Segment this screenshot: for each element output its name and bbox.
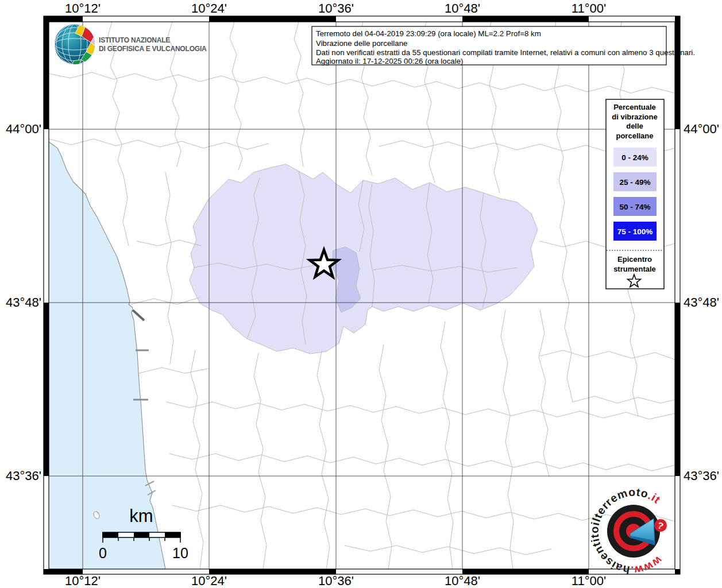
legend-class-row: 25 - 49% bbox=[613, 172, 657, 191]
legend-class-label-1: 25 - 49% bbox=[619, 178, 650, 187]
bottom-axis-label-1: 10°24' bbox=[191, 574, 227, 588]
bottom-axis-label-0: 10°12' bbox=[65, 574, 101, 588]
scale-unit-label: km bbox=[129, 506, 153, 526]
axis-labels-bottom: 10°12' 10°24' 10°36' 10°48' 11°00' bbox=[65, 574, 606, 588]
legend: Percentuale di vibrazione delle porcella… bbox=[606, 99, 664, 289]
bottom-axis-label-4: 11°00' bbox=[572, 574, 606, 588]
info-line-updated: Aggiornato il: 17-12-2025 00:26 (ora loc… bbox=[316, 57, 464, 65]
top-axis-label-1: 10°24' bbox=[191, 1, 227, 16]
legend-epicenter-line1: Epicentro bbox=[617, 255, 652, 264]
axis-labels-left: 44°00' 43°48' 43°36' bbox=[6, 122, 41, 483]
left-axis-label-1: 43°48' bbox=[6, 295, 41, 310]
info-line-effect: Vibrazione delle porcellane bbox=[316, 39, 407, 48]
ingv-name-line1: ISTITUTO NAZIONALE bbox=[99, 36, 170, 44]
axis-labels-top: 10°12' 10°24' 10°36' 10°48' 11°00' bbox=[65, 1, 606, 16]
legend-class-label-2: 50 - 74% bbox=[619, 203, 650, 211]
legend-title-line2: di vibrazione bbox=[612, 113, 657, 121]
info-line-event: Terremoto del 04-04-2019 23:09:29 (ora l… bbox=[316, 29, 541, 38]
top-axis-label-3: 10°48' bbox=[445, 1, 480, 16]
legend-class-label-3: 75 - 100% bbox=[617, 227, 653, 236]
axis-labels-right: 44°00' 43°48' 43°36' bbox=[684, 122, 719, 483]
top-axis-label-4: 11°00' bbox=[572, 1, 606, 16]
left-axis-label-2: 43°36' bbox=[6, 469, 41, 483]
legend-class-label-0: 0 - 24% bbox=[621, 153, 648, 162]
left-axis-label-0: 44°00' bbox=[6, 122, 41, 136]
legend-class-row: 50 - 74% bbox=[613, 197, 657, 216]
legend-title-line3: delle bbox=[626, 122, 643, 130]
legend-class-row: 0 - 24% bbox=[613, 148, 657, 167]
earthquake-intensity-map: 10°12' 10°24' 10°36' 10°48' 11°00' 10°12… bbox=[0, 0, 722, 588]
bottom-axis-label-2: 10°36' bbox=[318, 574, 354, 588]
right-axis-label-0: 44°00' bbox=[684, 122, 719, 136]
top-axis-label-0: 10°12' bbox=[65, 1, 101, 16]
right-axis-label-2: 43°36' bbox=[684, 469, 719, 483]
legend-title-line4: porcellane bbox=[616, 131, 653, 140]
bottom-axis-label-3: 10°48' bbox=[445, 574, 480, 588]
legend-title-line1: Percentuale bbox=[613, 103, 656, 111]
scale-max-label: 10 bbox=[172, 545, 188, 561]
info-line-disclaimer: Dati non verificati estratti da 55 quest… bbox=[316, 48, 695, 57]
scale-min-label: 0 bbox=[99, 545, 107, 561]
legend-epicenter-line2: strumentale bbox=[613, 265, 656, 273]
top-axis-label-2: 10°36' bbox=[318, 1, 354, 16]
right-axis-label-1: 43°48' bbox=[684, 295, 719, 310]
ingv-name-line2: DI GEOFISICA E VULCANOLOGIA bbox=[99, 45, 207, 53]
legend-class-row: 75 - 100% bbox=[613, 222, 657, 241]
event-info-box: Terremoto del 04-04-2019 23:09:29 (ora l… bbox=[312, 26, 695, 65]
map-area bbox=[49, 22, 675, 569]
